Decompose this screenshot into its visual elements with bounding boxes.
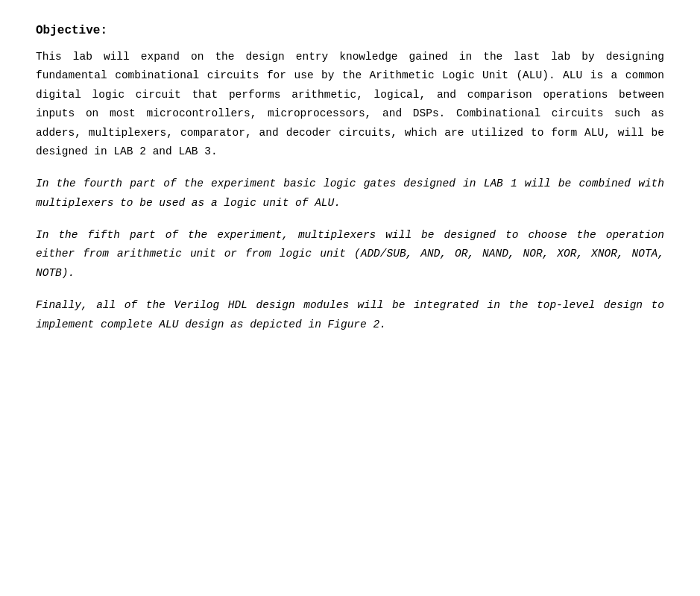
paragraph-1: This lab will expand on the design entry… xyxy=(36,48,664,161)
paragraph-4: Finally, all of the Verilog HDL design m… xyxy=(36,296,664,334)
paragraph-2: In the fourth part of the experiment bas… xyxy=(36,175,664,213)
objective-heading: Objective: xyxy=(36,24,664,37)
paragraph-3: In the fifth part of the experiment, mul… xyxy=(36,226,664,283)
